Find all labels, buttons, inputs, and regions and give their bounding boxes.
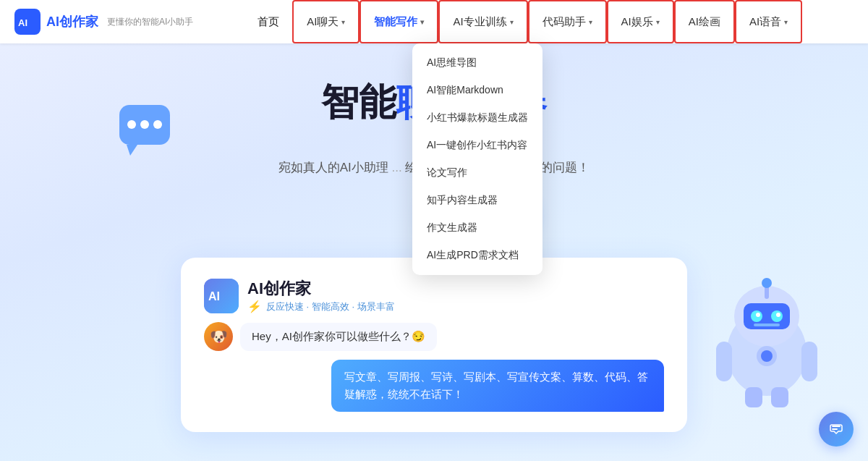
svg-marker-3: [127, 145, 137, 156]
svg-point-4: [127, 120, 136, 129]
main-nav: 首页 AI聊天 ▾ 智能写作 ▾ AI专业训练 ▾ 代码助手 ▾ AI娱乐 ▾ …: [193, 0, 854, 43]
chat-card-logo: AI: [204, 279, 239, 313]
nav-item-code-helper[interactable]: 代码助手 ▾: [528, 0, 607, 43]
user-message: 🐶 Hey，AI创作家你可以做些什么？😏: [204, 322, 664, 351]
speech-bubble-decoration: [116, 101, 181, 159]
logo-icon: AI: [14, 9, 41, 35]
nav-item-ai-pro-train[interactable]: AI专业训练 ▾: [438, 0, 527, 43]
logo-text: AI创作家: [46, 13, 98, 30]
svg-point-14: [756, 313, 760, 317]
svg-point-24: [761, 350, 773, 362]
nav-item-ai-entertainment[interactable]: AI娱乐 ▾: [607, 0, 674, 43]
avatar: 🐶: [204, 322, 233, 351]
chevron-down-icon: ▾: [656, 18, 660, 26]
dropdown-item-thesis[interactable]: 论文写作: [412, 159, 542, 187]
svg-rect-16: [754, 323, 780, 326]
chat-card-title: AI创作家: [247, 278, 395, 300]
chevron-down-icon: ▾: [510, 18, 514, 26]
svg-point-15: [776, 313, 780, 317]
tagline-icon: ⚡: [247, 300, 262, 313]
chevron-down-icon: ▾: [589, 18, 592, 26]
svg-point-6: [153, 120, 162, 129]
svg-text:AI: AI: [208, 290, 220, 303]
dropdown-item-xiaohongshu-title[interactable]: 小红书爆款标题生成器: [412, 104, 542, 132]
dropdown-item-mindmap[interactable]: AI思维导图: [412, 49, 542, 77]
hero-title-part1: 智能: [321, 81, 396, 123]
svg-rect-20: [801, 342, 817, 381]
chat-card-title-area: AI创作家 ⚡ 反应快速 · 智能高效 · 场景丰富: [247, 278, 395, 313]
user-message-bubble: Hey，AI创作家你可以做些什么？😏: [240, 323, 437, 351]
dropdown-item-zhihu[interactable]: 知乎内容生成器: [412, 187, 542, 214]
chevron-down-icon: ▾: [784, 18, 788, 26]
chat-card: AI AI创作家 ⚡ 反应快速 · 智能高效 · 场景丰富 🐶 Hey，AI创作…: [181, 258, 687, 432]
chevron-down-icon: ▾: [341, 18, 345, 26]
tagline-text: 反应快速 · 智能高效 · 场景丰富: [266, 300, 395, 313]
header: AI AI创作家 更懂你的智能AI小助手 首页 AI聊天 ▾ 智能写作 ▾ AI…: [0, 0, 868, 43]
chat-messages: 🐶 Hey，AI创作家你可以做些什么？😏 写文章、写周报、写诗、写剧本、写宣传文…: [204, 322, 664, 412]
svg-text:AI: AI: [18, 17, 27, 28]
dropdown-item-essay[interactable]: 作文生成器: [412, 214, 542, 242]
dropdown-item-prd[interactable]: AI生成PRD需求文档: [412, 242, 542, 269]
chat-card-header: AI AI创作家 ⚡ 反应快速 · 智能高效 · 场景丰富: [204, 278, 664, 313]
chat-card-tagline: ⚡ 反应快速 · 智能高效 · 场景丰富: [247, 300, 395, 313]
dropdown-item-markdown[interactable]: AI智能Markdown: [412, 77, 542, 104]
svg-rect-21: [745, 387, 762, 407]
float-chat-button[interactable]: [819, 412, 854, 447]
svg-rect-19: [716, 342, 732, 381]
nav-item-smart-write[interactable]: 智能写作 ▾: [359, 0, 438, 43]
nav-item-ai-chat[interactable]: AI聊天 ▾: [292, 0, 359, 43]
logo-area: AI AI创作家 更懂你的智能AI小助手: [14, 9, 193, 35]
svg-point-5: [140, 120, 149, 129]
ai-message-bubble: 写文章、写周报、写诗、写剧本、写宣传文案、算数、代码、答疑解惑，统统不在话下！: [331, 360, 664, 412]
chevron-down-icon: ▾: [420, 18, 424, 26]
nav-item-home[interactable]: 首页: [244, 0, 292, 43]
nav-item-ai-draw[interactable]: AI绘画: [674, 0, 735, 43]
dropdown-item-xiaohongshu-content[interactable]: AI一键创作小红书内容: [412, 132, 542, 159]
ai-message: 写文章、写周报、写诗、写剧本、写宣传文案、算数、代码、答疑解惑，统统不在话下！: [204, 360, 664, 412]
hero-subtitle-part1: 宛如真人的AI小助理: [278, 161, 388, 174]
robot-decoration: [694, 273, 839, 418]
smart-write-dropdown: AI思维导图 AI智能Markdown 小红书爆款标题生成器 AI一键创作小红书…: [412, 43, 542, 275]
hero-subtitle-ellipsis: ...: [391, 161, 401, 174]
logo-subtitle: 更懂你的智能AI小助手: [107, 16, 193, 28]
svg-point-18: [762, 278, 772, 288]
nav-item-ai-voice[interactable]: AI语音 ▾: [735, 0, 802, 43]
svg-rect-22: [771, 387, 788, 407]
